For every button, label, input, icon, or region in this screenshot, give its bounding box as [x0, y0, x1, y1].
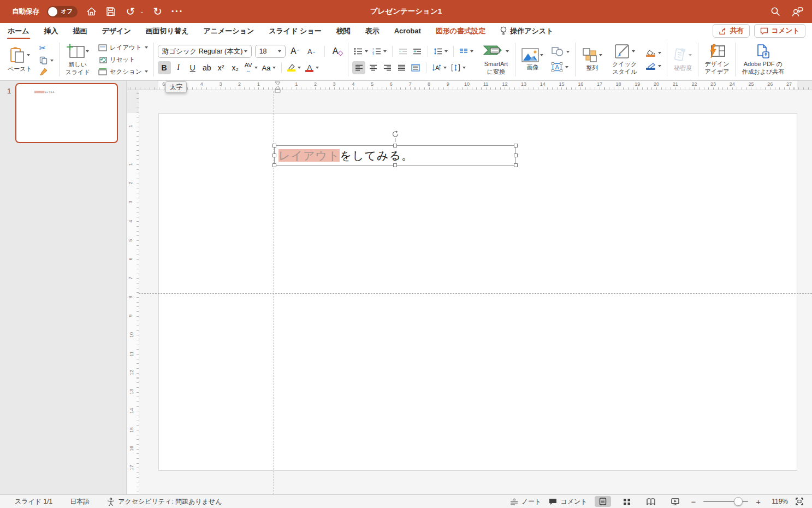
redo-icon[interactable]: ↻	[152, 5, 164, 17]
slide[interactable]	[158, 113, 797, 471]
tab-review[interactable]: 校閲	[336, 23, 351, 39]
tab-shape-format[interactable]: 図形の書式設定	[435, 23, 486, 39]
tab-home[interactable]: ホーム	[7, 23, 30, 39]
superscript-button[interactable]: x²	[215, 61, 228, 74]
reading-view-button[interactable]	[643, 496, 659, 507]
autosave-toggle[interactable]: オフ	[47, 6, 78, 17]
character-spacing-button[interactable]: AV↔	[243, 61, 259, 74]
line-spacing-button[interactable]	[432, 45, 449, 58]
underline-button[interactable]: U	[186, 61, 199, 74]
selection-handle-se[interactable]	[514, 163, 518, 167]
clear-format-button[interactable]: A	[331, 45, 345, 58]
font-size-combo[interactable]: 18	[255, 45, 286, 58]
tab-view[interactable]: 表示	[365, 23, 380, 39]
decrease-indent-button[interactable]	[396, 45, 410, 58]
home-icon[interactable]	[85, 5, 97, 17]
language-indicator[interactable]: 日本語	[70, 497, 90, 506]
comments-toggle-button[interactable]: コメント	[549, 497, 587, 506]
tab-acrobat[interactable]: Acrobat	[394, 24, 422, 38]
distribute-button[interactable]	[409, 61, 422, 74]
paste-button[interactable]: ペースト	[5, 45, 34, 74]
selection-handle-w[interactable]	[272, 153, 276, 157]
align-center-button[interactable]	[366, 61, 380, 74]
undo-icon[interactable]: ↺	[125, 5, 137, 17]
tab-slideshow[interactable]: スライド ショー	[268, 23, 322, 39]
section-button[interactable]: セクション	[97, 67, 150, 77]
sensitivity-button[interactable]: 秘密度	[671, 46, 694, 73]
align-right-button[interactable]	[381, 61, 394, 74]
slide-sorter-view-button[interactable]	[619, 496, 635, 507]
undo-chevron-icon[interactable]: ⌄	[140, 9, 144, 14]
design-ideas-button[interactable]: デザインアイデア	[702, 43, 731, 76]
share-button[interactable]: 共有	[713, 24, 750, 38]
bold-button[interactable]: B	[158, 61, 171, 74]
zoom-out-button[interactable]: −	[691, 497, 696, 506]
highlight-color-button[interactable]	[286, 61, 303, 74]
fit-to-window-button[interactable]	[796, 498, 803, 505]
zoom-slider-knob[interactable]	[734, 497, 743, 506]
format-painter-button[interactable]	[38, 67, 55, 77]
shape-outline-button[interactable]	[644, 62, 663, 71]
tab-insert[interactable]: 挿入	[44, 23, 59, 39]
selection-handle-nw[interactable]	[272, 144, 276, 147]
notes-button[interactable]: ノート	[510, 497, 542, 506]
copy-button[interactable]	[38, 55, 55, 66]
presenter-coach-icon[interactable]	[791, 5, 803, 17]
more-commands-icon[interactable]: ···	[171, 5, 183, 17]
tab-transitions[interactable]: 画面切り替え	[145, 23, 189, 39]
selection-handle-e[interactable]	[514, 153, 518, 157]
text-box-button[interactable]: A	[550, 61, 571, 73]
vertical-align-button[interactable]	[449, 61, 467, 74]
comments-button[interactable]: コメント	[754, 24, 805, 38]
zoom-level[interactable]: 119%	[768, 498, 788, 505]
text-direction-button[interactable]: A	[430, 61, 448, 74]
font-color-button[interactable]: A	[304, 61, 321, 74]
align-left-button[interactable]	[352, 61, 365, 74]
quick-styles-button[interactable]: クイックスタイル	[610, 43, 639, 76]
indent-marker[interactable]	[274, 81, 281, 93]
search-icon[interactable]	[769, 5, 781, 17]
new-slide-button[interactable]: 新しいスライド	[63, 42, 92, 76]
selected-text-box[interactable]: レイアウトをしてみる。	[274, 145, 516, 166]
convert-smartart-button[interactable]: SmartArtに変換	[481, 43, 511, 76]
arrange-button[interactable]: 整列	[579, 46, 604, 73]
rotate-handle[interactable]	[391, 130, 399, 138]
tab-animations[interactable]: アニメーション	[203, 23, 254, 39]
selection-handle-sw[interactable]	[272, 163, 276, 167]
tell-me-assist[interactable]: 操作アシスト	[500, 26, 553, 36]
columns-button[interactable]	[458, 45, 475, 58]
subscript-button[interactable]: x₂	[229, 61, 242, 74]
highlighted-text[interactable]: レイアウト	[278, 149, 340, 162]
strikethrough-button[interactable]: ab	[200, 61, 214, 74]
bullets-button[interactable]	[352, 45, 370, 58]
slide-thumbnail[interactable]: レイアウトをしてみる。	[15, 83, 118, 143]
normal-view-button[interactable]	[595, 496, 611, 507]
cut-button[interactable]: ✂	[38, 42, 55, 54]
reset-button[interactable]: リセット	[97, 55, 150, 65]
numbering-button[interactable]: 123	[371, 45, 388, 58]
adobe-pdf-button[interactable]: Adobe PDF の作成および共有	[739, 43, 786, 76]
tab-draw[interactable]: 描画	[73, 23, 88, 39]
layout-button[interactable]: レイアウト	[97, 43, 150, 53]
horizontal-ruler[interactable]: 6543211234567891011121314151617181920212…	[127, 81, 812, 90]
shape-fill-button[interactable]	[644, 49, 663, 58]
selection-handle-ne[interactable]	[514, 144, 518, 147]
selection-handle-n[interactable]	[393, 144, 397, 147]
slideshow-view-button[interactable]	[667, 496, 683, 507]
save-icon[interactable]	[105, 5, 117, 17]
horizontal-guide[interactable]	[139, 293, 812, 294]
vertical-ruler[interactable]: 11234567891011121314151617	[127, 90, 139, 494]
font-name-combo[interactable]: 游ゴシック Regular (本文)	[158, 45, 252, 58]
accessibility-status[interactable]: アクセシビリティ: 問題ありません	[107, 497, 222, 506]
change-case-button[interactable]: Aa	[260, 61, 278, 74]
zoom-slider[interactable]	[703, 501, 748, 502]
shrink-font-button[interactable]: A⌄	[305, 45, 318, 58]
selection-handle-s[interactable]	[393, 163, 397, 167]
slide-text[interactable]: レイアウトをしてみる。	[278, 148, 413, 163]
grow-font-button[interactable]: A⌃	[289, 45, 302, 58]
shapes-button[interactable]	[550, 46, 571, 57]
justify-button[interactable]	[395, 61, 408, 74]
tab-design[interactable]: デザイン	[102, 23, 132, 39]
zoom-in-button[interactable]: +	[756, 497, 761, 506]
italic-button[interactable]: I	[172, 61, 185, 74]
